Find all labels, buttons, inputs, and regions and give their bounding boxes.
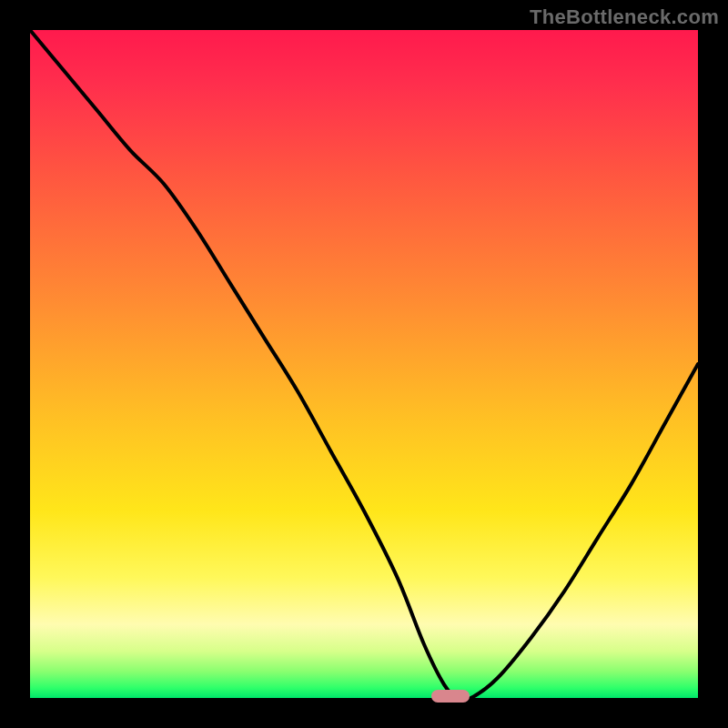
chart-frame: TheBottleneck.com xyxy=(0,0,728,728)
optimum-marker xyxy=(431,690,470,703)
watermark-text: TheBottleneck.com xyxy=(530,5,719,29)
bottleneck-curve xyxy=(30,30,698,698)
